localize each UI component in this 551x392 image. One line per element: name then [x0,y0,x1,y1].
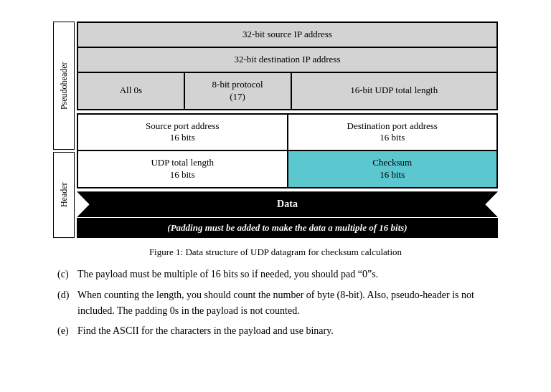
pseudoheader-label: Pseudoheader [53,21,75,150]
list-item-c: (c) The payload must be multiple of 16 b… [57,267,494,282]
udp-total-length-cell: UDP total length 16 bits [78,151,287,187]
source-ip-cell: 32-bit source IP address [78,23,496,47]
diagram-rows: 32-bit source IP address 32-bit destinat… [77,21,498,238]
list-item-c-label: (c) [57,267,77,282]
list-item-d-text: When counting the length, you should cou… [77,287,494,320]
data-note: (Padding must be added to make the data … [77,218,498,238]
side-labels: Pseudoheader Header [53,21,75,238]
udp-diagram: Pseudoheader Header 32-bit source IP add… [53,21,498,238]
list-item-e-text: Find the ASCII for the characters in the… [77,323,494,339]
list-item-c-text: The payload must be multiple of 16 bits … [77,267,494,282]
udp-length-cell: 16-bit UDP total length [291,73,497,109]
header-label: Header [53,152,75,238]
source-port-cell: Source port address 16 bits [78,115,287,150]
list-item-d: (d) When counting the length, you should… [57,287,494,320]
row-protocol: All 0s 8-bit protocol (17) 16-bit UDP to… [77,72,498,110]
dest-ip-cell: 32-bit destination IP address [78,48,496,72]
figure-caption: Figure 1: Data structure of UDP datagram… [60,247,491,258]
list-item-d-label: (d) [57,287,77,303]
dest-port-cell: Destination port address 16 bits [287,115,497,150]
data-row: Data [77,191,498,217]
list-items: (c) The payload must be multiple of 16 b… [57,267,494,340]
all-zeros-cell: All 0s [78,73,184,109]
checksum-cell: Checksum 16 bits [287,151,497,187]
list-item-e-label: (e) [57,323,77,339]
row-source-ip: 32-bit source IP address [77,21,498,47]
row-ports: Source port address 16 bits Destination … [77,113,498,150]
row-checksum: UDP total length 16 bits Checksum 16 bit… [77,150,498,188]
protocol-cell: 8-bit protocol (17) [184,73,291,109]
row-dest-ip: 32-bit destination IP address [77,47,498,72]
list-item-e: (e) Find the ASCII for the characters in… [57,323,494,339]
